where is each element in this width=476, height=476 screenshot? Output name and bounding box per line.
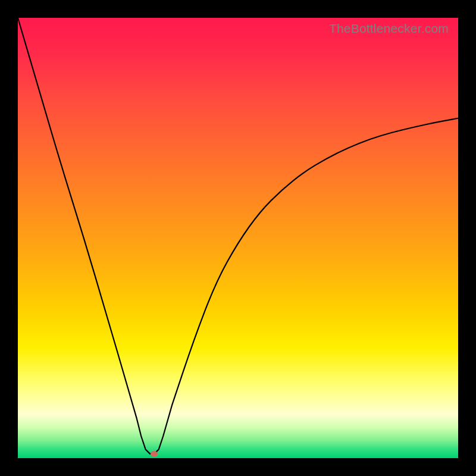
bottleneck-curve — [18, 18, 458, 454]
chart-frame: TheBottlenecker.com — [0, 0, 476, 476]
plot-area: TheBottlenecker.com — [18, 18, 458, 458]
current-point-dot — [151, 451, 158, 457]
curve-svg — [18, 18, 458, 458]
